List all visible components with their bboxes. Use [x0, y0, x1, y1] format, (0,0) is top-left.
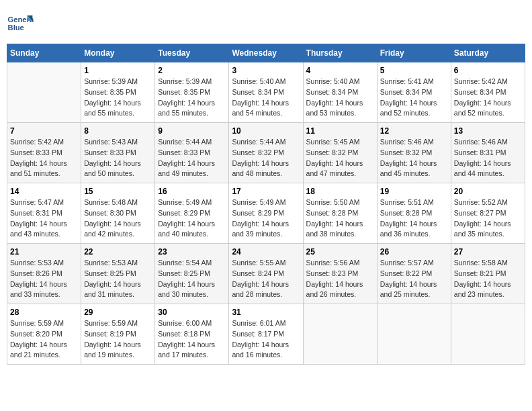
day-number: 4 — [306, 66, 374, 75]
calendar-cell: 15Sunrise: 5:48 AMSunset: 8:30 PMDayligh… — [81, 183, 155, 244]
day-detail: Sunrise: 5:58 AMSunset: 8:21 PMDaylight:… — [454, 258, 522, 300]
calendar-cell: 25Sunrise: 5:56 AMSunset: 8:23 PMDayligh… — [303, 244, 377, 304]
day-number: 15 — [84, 187, 152, 196]
calendar-cell: 28Sunrise: 5:59 AMSunset: 8:20 PMDayligh… — [7, 304, 81, 365]
day-detail: Sunrise: 5:49 AMSunset: 8:29 PMDaylight:… — [158, 197, 226, 240]
day-number: 8 — [84, 126, 152, 136]
day-detail: Sunrise: 5:40 AMSunset: 8:34 PMDaylight:… — [232, 77, 300, 119]
day-number: 1 — [84, 66, 152, 75]
column-header-friday: Friday — [377, 44, 451, 62]
day-detail: Sunrise: 5:53 AMSunset: 8:26 PMDaylight:… — [10, 258, 78, 300]
day-number: 25 — [306, 247, 374, 257]
day-number: 26 — [380, 247, 448, 257]
calendar-cell: 10Sunrise: 5:44 AMSunset: 8:32 PMDayligh… — [229, 123, 303, 183]
calendar-cell: 9Sunrise: 5:44 AMSunset: 8:33 PMDaylight… — [155, 123, 229, 183]
day-number: 24 — [232, 247, 300, 257]
calendar-cell: 20Sunrise: 5:52 AMSunset: 8:27 PMDayligh… — [451, 183, 525, 244]
day-detail: Sunrise: 5:40 AMSunset: 8:34 PMDaylight:… — [306, 77, 374, 119]
day-detail: Sunrise: 6:01 AMSunset: 8:17 PMDaylight:… — [232, 318, 300, 361]
day-detail: Sunrise: 5:53 AMSunset: 8:25 PMDaylight:… — [84, 258, 152, 300]
calendar-cell: 2Sunrise: 5:39 AMSunset: 8:35 PMDaylight… — [155, 62, 229, 123]
calendar-cell — [377, 304, 451, 365]
calendar-cell: 27Sunrise: 5:58 AMSunset: 8:21 PMDayligh… — [451, 244, 525, 304]
day-number: 28 — [10, 308, 78, 317]
calendar-table: SundayMondayTuesdayWednesdayThursdayFrid… — [7, 44, 525, 365]
calendar-cell: 7Sunrise: 5:42 AMSunset: 8:33 PMDaylight… — [7, 123, 81, 183]
calendar-cell: 23Sunrise: 5:54 AMSunset: 8:25 PMDayligh… — [155, 244, 229, 304]
day-detail: Sunrise: 5:56 AMSunset: 8:23 PMDaylight:… — [306, 258, 374, 300]
calendar-cell: 5Sunrise: 5:41 AMSunset: 8:34 PMDaylight… — [377, 62, 451, 123]
column-header-monday: Monday — [81, 44, 155, 62]
calendar-cell: 12Sunrise: 5:46 AMSunset: 8:32 PMDayligh… — [377, 123, 451, 183]
page-header: General Blue — [7, 7, 525, 37]
day-detail: Sunrise: 5:59 AMSunset: 8:20 PMDaylight:… — [10, 318, 78, 361]
day-number: 19 — [380, 187, 448, 196]
calendar-cell — [451, 304, 525, 365]
calendar-cell: 16Sunrise: 5:49 AMSunset: 8:29 PMDayligh… — [155, 183, 229, 244]
calendar-cell: 22Sunrise: 5:53 AMSunset: 8:25 PMDayligh… — [81, 244, 155, 304]
day-detail: Sunrise: 5:46 AMSunset: 8:32 PMDaylight:… — [380, 137, 448, 179]
day-number: 13 — [454, 126, 522, 136]
day-number: 30 — [158, 308, 226, 317]
column-header-sunday: Sunday — [7, 44, 81, 62]
header-row: SundayMondayTuesdayWednesdayThursdayFrid… — [7, 44, 525, 62]
calendar-cell: 11Sunrise: 5:45 AMSunset: 8:32 PMDayligh… — [303, 123, 377, 183]
day-detail: Sunrise: 5:45 AMSunset: 8:32 PMDaylight:… — [306, 137, 374, 179]
calendar-row: 14Sunrise: 5:47 AMSunset: 8:31 PMDayligh… — [7, 183, 525, 244]
calendar-cell — [7, 62, 81, 123]
day-number: 20 — [454, 187, 522, 196]
calendar-row: 28Sunrise: 5:59 AMSunset: 8:20 PMDayligh… — [7, 304, 525, 365]
calendar-cell — [303, 304, 377, 365]
column-header-saturday: Saturday — [451, 44, 525, 62]
calendar-cell: 19Sunrise: 5:51 AMSunset: 8:28 PMDayligh… — [377, 183, 451, 244]
day-detail: Sunrise: 6:00 AMSunset: 8:18 PMDaylight:… — [158, 318, 226, 361]
calendar-header: SundayMondayTuesdayWednesdayThursdayFrid… — [7, 44, 525, 62]
day-detail: Sunrise: 5:52 AMSunset: 8:27 PMDaylight:… — [454, 197, 522, 240]
day-detail: Sunrise: 5:42 AMSunset: 8:34 PMDaylight:… — [454, 77, 522, 119]
day-number: 29 — [84, 308, 152, 317]
calendar-row: 21Sunrise: 5:53 AMSunset: 8:26 PMDayligh… — [7, 244, 525, 304]
calendar-cell: 30Sunrise: 6:00 AMSunset: 8:18 PMDayligh… — [155, 304, 229, 365]
calendar-cell: 4Sunrise: 5:40 AMSunset: 8:34 PMDaylight… — [303, 62, 377, 123]
day-number: 12 — [380, 126, 448, 136]
day-detail: Sunrise: 5:59 AMSunset: 8:19 PMDaylight:… — [84, 318, 152, 361]
day-number: 31 — [232, 308, 300, 317]
calendar-cell: 3Sunrise: 5:40 AMSunset: 8:34 PMDaylight… — [229, 62, 303, 123]
day-detail: Sunrise: 5:39 AMSunset: 8:35 PMDaylight:… — [84, 77, 152, 119]
calendar-cell: 17Sunrise: 5:49 AMSunset: 8:29 PMDayligh… — [229, 183, 303, 244]
calendar-cell: 14Sunrise: 5:47 AMSunset: 8:31 PMDayligh… — [7, 183, 81, 244]
day-number: 27 — [454, 247, 522, 257]
day-number: 23 — [158, 247, 226, 257]
day-number: 18 — [306, 187, 374, 196]
day-detail: Sunrise: 5:43 AMSunset: 8:33 PMDaylight:… — [84, 137, 152, 179]
calendar-cell: 8Sunrise: 5:43 AMSunset: 8:33 PMDaylight… — [81, 123, 155, 183]
calendar-cell: 29Sunrise: 5:59 AMSunset: 8:19 PMDayligh… — [81, 304, 155, 365]
day-detail: Sunrise: 5:47 AMSunset: 8:31 PMDaylight:… — [10, 197, 78, 240]
calendar-cell: 21Sunrise: 5:53 AMSunset: 8:26 PMDayligh… — [7, 244, 81, 304]
day-number: 16 — [158, 187, 226, 196]
calendar-cell: 1Sunrise: 5:39 AMSunset: 8:35 PMDaylight… — [81, 62, 155, 123]
calendar-cell: 31Sunrise: 6:01 AMSunset: 8:17 PMDayligh… — [229, 304, 303, 365]
column-header-tuesday: Tuesday — [155, 44, 229, 62]
logo-icon: General Blue — [7, 10, 34, 37]
day-detail: Sunrise: 5:51 AMSunset: 8:28 PMDaylight:… — [380, 197, 448, 240]
day-number: 14 — [10, 187, 78, 196]
calendar-cell: 24Sunrise: 5:55 AMSunset: 8:24 PMDayligh… — [229, 244, 303, 304]
day-number: 6 — [454, 66, 522, 75]
day-number: 2 — [158, 66, 226, 75]
day-number: 22 — [84, 247, 152, 257]
day-detail: Sunrise: 5:55 AMSunset: 8:24 PMDaylight:… — [232, 258, 300, 300]
calendar-cell: 26Sunrise: 5:57 AMSunset: 8:22 PMDayligh… — [377, 244, 451, 304]
svg-text:Blue: Blue — [8, 24, 24, 32]
day-number: 21 — [10, 247, 78, 257]
day-detail: Sunrise: 5:54 AMSunset: 8:25 PMDaylight:… — [158, 258, 226, 300]
day-number: 9 — [158, 126, 226, 136]
day-number: 10 — [232, 126, 300, 136]
day-detail: Sunrise: 5:48 AMSunset: 8:30 PMDaylight:… — [84, 197, 152, 240]
day-number: 3 — [232, 66, 300, 75]
column-header-wednesday: Wednesday — [229, 44, 303, 62]
day-number: 7 — [10, 126, 78, 136]
day-detail: Sunrise: 5:49 AMSunset: 8:29 PMDaylight:… — [232, 197, 300, 240]
day-number: 11 — [306, 126, 374, 136]
logo: General Blue — [7, 10, 36, 37]
